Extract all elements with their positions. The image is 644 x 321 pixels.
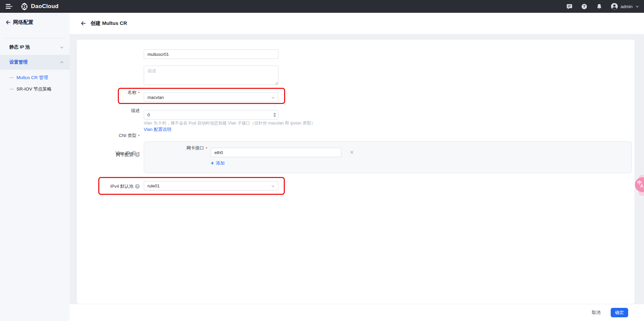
number-stepper[interactable]	[272, 111, 277, 118]
topbar: DaoCloud ? admin	[0, 0, 644, 13]
remove-icon[interactable]: ✕	[347, 148, 356, 157]
brand-name: DaoCloud	[31, 3, 59, 10]
page-back-icon[interactable]	[78, 19, 88, 28]
avatar	[611, 3, 618, 10]
add-interface-button[interactable]: + 添加	[211, 160, 225, 166]
form-card: 名称* 描述 CNI 类型* macvlan	[77, 40, 635, 304]
page-title: 创建 Multus CR	[91, 20, 127, 27]
plus-icon: +	[211, 160, 214, 166]
sidebar-item-sriov-policy[interactable]: SR-IOV 节点策略	[0, 84, 70, 94]
chevron-down-icon	[271, 96, 275, 100]
help-icon[interactable]: ?	[581, 3, 588, 10]
sidebar-item-multus-cr[interactable]: Multus CR 管理	[0, 73, 70, 83]
nic-interface-label: 网卡接口*	[144, 145, 207, 151]
notification-bell-icon[interactable]	[596, 3, 603, 10]
main-area: 创建 Multus CR 名称* 描述 CNI 类型*	[70, 13, 644, 321]
chevron-down-icon	[60, 45, 64, 49]
sidebar-back-icon[interactable]	[4, 18, 12, 26]
nic-config-panel: 网卡接口* ✕ + 添加	[144, 141, 632, 173]
vlan-id-input[interactable]	[144, 110, 278, 119]
nic-config-label: 网卡配置 ?	[77, 152, 140, 158]
chevron-down-icon	[271, 184, 275, 188]
sidebar: 网络配置 静态 IP 池 设置管理 Multus CR 管理 SR-IOV 节点…	[0, 13, 70, 321]
name-input[interactable]	[144, 49, 278, 59]
daocloud-logo-icon	[20, 2, 29, 11]
sidebar-item-settings-management[interactable]: 设置管理	[0, 55, 70, 70]
form-footer: 取消 确定	[70, 304, 644, 321]
sidebar-title: 网络配置	[13, 19, 33, 26]
page-header: 创建 Multus CR	[70, 13, 644, 34]
sidebar-item-static-ip-pool[interactable]: 静态 IP 池	[0, 39, 70, 55]
cni-type-label: CNI 类型*	[77, 133, 140, 139]
help-icon[interactable]: ?	[135, 152, 140, 157]
name-label: 名称*	[77, 90, 140, 96]
ipv4-pool-select[interactable]: rule01	[144, 181, 278, 190]
svg-text:?: ?	[583, 4, 585, 8]
help-icon[interactable]: ?	[135, 184, 140, 189]
menu-toggle-icon[interactable]	[0, 0, 13, 13]
ipv4-pool-label: IPv4 默认池 ?	[77, 183, 140, 189]
divider	[4, 38, 65, 38]
chevron-up-icon	[60, 60, 64, 65]
message-icon[interactable]	[566, 3, 573, 10]
confirm-button[interactable]: 确定	[611, 308, 628, 317]
cancel-button[interactable]: 取消	[592, 310, 601, 316]
description-textarea[interactable]	[144, 66, 278, 85]
user-menu[interactable]: admin	[611, 3, 639, 10]
vlan-doc-link[interactable]: Vlan 配置说明	[144, 127, 171, 133]
content: 名称* 描述 CNI 类型* macvlan	[70, 34, 644, 321]
chevron-down-icon	[635, 4, 639, 8]
nic-interface-input[interactable]	[211, 148, 341, 157]
brand[interactable]: DaoCloud	[20, 2, 59, 11]
description-label: 描述	[77, 106, 140, 114]
username-label: admin	[621, 4, 633, 9]
dash-icon	[9, 77, 14, 78]
vlan-helper-text: Vlan 为 0 时，将不会在 Pod 启动时动态创建 Vlan 子接口（仅针对…	[144, 120, 315, 126]
dash-icon	[9, 89, 14, 90]
cni-type-select[interactable]: macvlan	[144, 93, 278, 102]
